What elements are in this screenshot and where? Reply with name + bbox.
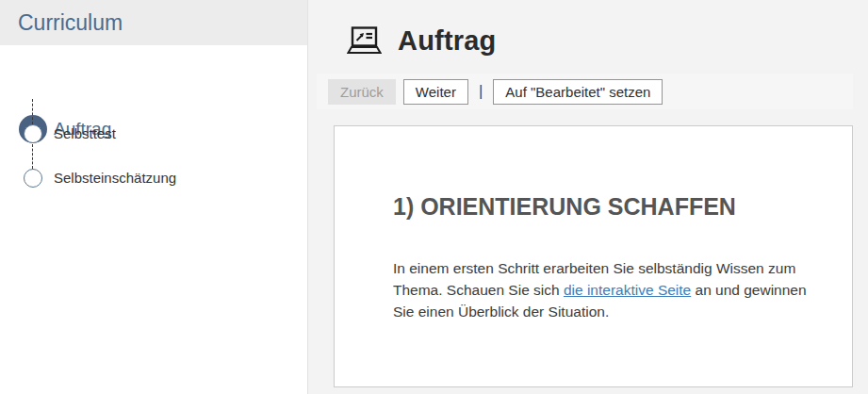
sidebar-header: Curriculum [0, 0, 307, 45]
main-content-area: Auftrag Zurück Weiter | Auf "Bearbeitet"… [309, 0, 868, 394]
page-title: Auftrag [398, 25, 497, 57]
lesson-content-card: 1) ORIENTIERUNG SCHAFFEN In einem ersten… [334, 125, 853, 387]
sidebar-item-selbsttest[interactable]: Selbsttest [54, 125, 116, 142]
laptop-chart-icon [347, 26, 382, 55]
step-circle-selbsttest[interactable] [24, 124, 42, 143]
back-button[interactable]: Zurück [328, 79, 396, 105]
step-connector-line [32, 144, 33, 169]
next-button[interactable]: Weiter [403, 79, 468, 105]
step-circle-selbsteinschaetzung[interactable] [24, 169, 42, 188]
content-heading: 1) ORIENTIERUNG SCHAFFEN [393, 192, 814, 221]
toolbar: Zurück Weiter | Auf "Bearbeitet" setzen [317, 74, 853, 109]
content-paragraph: In einem ersten Schritt erarbeiten Sie s… [393, 257, 812, 322]
interactive-page-link[interactable]: die interaktive Seite [564, 282, 691, 298]
page-header: Auftrag [347, 25, 868, 56]
step-connector-line [32, 99, 33, 124]
set-edited-button[interactable]: Auf "Bearbeitet" setzen [493, 79, 663, 105]
sidebar-title: Curriculum [18, 10, 123, 36]
toolbar-separator: | [479, 82, 483, 101]
curriculum-step-list: Auftrag Selbsttest Selbsteinschätzung [0, 45, 307, 394]
curriculum-sidebar: Curriculum Auftrag Selbsttest Selbsteins… [0, 0, 308, 394]
sidebar-item-selbsteinschaetzung[interactable]: Selbsteinschätzung [54, 170, 176, 187]
